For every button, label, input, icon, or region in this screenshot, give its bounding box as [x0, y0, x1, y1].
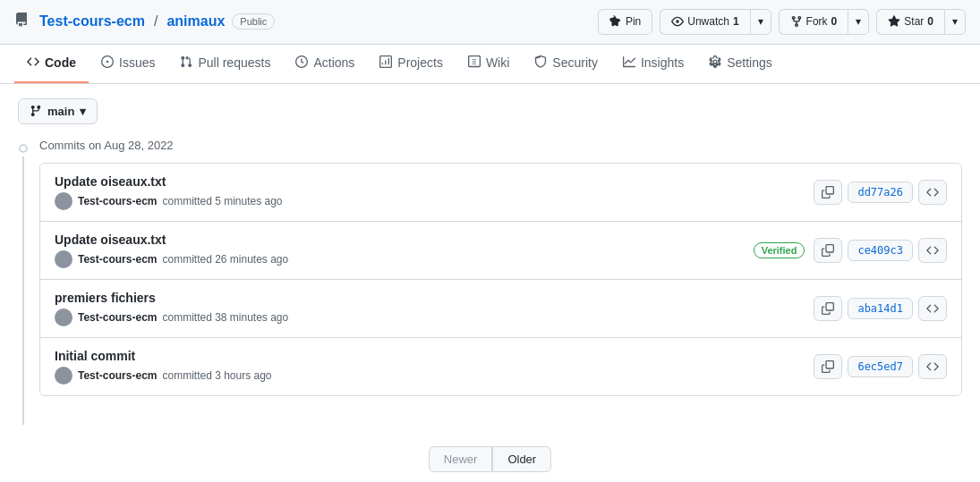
commit-time: committed 3 hours ago: [162, 369, 271, 382]
browse-code-button[interactable]: [918, 296, 947, 321]
browse-code-button[interactable]: [918, 238, 947, 263]
commit-info: Initial commit Test-cours-ecm committed …: [55, 349, 814, 385]
issues-icon: [101, 55, 114, 71]
tab-insights[interactable]: Insights: [610, 45, 696, 83]
avatar: [55, 192, 72, 210]
timeline-column: [18, 139, 29, 425]
older-button[interactable]: Older: [492, 446, 551, 472]
tab-issues[interactable]: Issues: [89, 45, 167, 83]
commit-time: committed 38 minutes ago: [162, 311, 288, 324]
pagination: Newer Older: [18, 446, 962, 472]
commit-info: Update oiseaux.txt Test-cours-ecm commit…: [55, 233, 754, 268]
commit-meta: Test-cours-ecm committed 5 minutes ago: [55, 192, 814, 210]
commit-row: Initial commit Test-cours-ecm committed …: [40, 338, 961, 395]
repo-name[interactable]: animaux: [166, 13, 225, 30]
projects-icon: [379, 55, 392, 71]
commit-author[interactable]: Test-cours-ecm: [78, 195, 157, 207]
commit-actions: Verified ce409c3: [754, 238, 947, 263]
commit-message[interactable]: Update oiseaux.txt: [55, 174, 814, 189]
settings-icon: [709, 55, 721, 71]
branch-button[interactable]: main ▾: [18, 98, 98, 124]
pin-button[interactable]: Pin: [598, 9, 652, 35]
commit-row: Update oiseaux.txt Test-cours-ecm commit…: [40, 164, 961, 222]
commit-time: committed 26 minutes ago: [162, 253, 288, 266]
tab-security[interactable]: Security: [522, 45, 610, 83]
commits-date: Commits on Aug 28, 2022: [39, 139, 174, 152]
fork-count: 0: [831, 14, 838, 30]
commit-row: Update oiseaux.txt Test-cours-ecm commit…: [40, 222, 961, 280]
top-actions: Pin Unwatch 1 ▾ Fork 0 ▾ Star: [598, 9, 966, 35]
insights-icon: [623, 55, 635, 71]
security-icon: [534, 55, 547, 71]
fork-dropdown[interactable]: ▾: [848, 9, 869, 35]
commit-hash-button[interactable]: 6ec5ed7: [848, 356, 913, 377]
tab-projects[interactable]: Projects: [367, 45, 456, 83]
separator: /: [154, 13, 158, 30]
commit-message[interactable]: Initial commit: [55, 349, 814, 363]
browse-code-button[interactable]: [918, 180, 947, 205]
timeline-line: [22, 156, 24, 425]
commit-author[interactable]: Test-cours-ecm: [78, 311, 157, 324]
unwatch-dropdown[interactable]: ▾: [750, 9, 771, 35]
tab-actions[interactable]: Actions: [283, 45, 367, 83]
commit-time: committed 5 minutes ago: [162, 195, 282, 207]
commit-meta: Test-cours-ecm committed 3 hours ago: [55, 367, 814, 385]
tab-settings[interactable]: Settings: [696, 45, 785, 83]
fork-label: Fork: [806, 14, 828, 30]
commit-author[interactable]: Test-cours-ecm: [78, 369, 157, 382]
timeline-dot: [19, 144, 28, 153]
pin-label: Pin: [626, 14, 641, 30]
commits-header: Commits on Aug 28, 2022: [39, 139, 962, 152]
newer-button[interactable]: Newer: [429, 446, 493, 472]
commit-hash-button[interactable]: dd77a26: [848, 182, 913, 203]
tab-wiki[interactable]: Wiki: [456, 45, 522, 83]
star-group: Star 0 ▾: [876, 9, 966, 35]
fork-group: Fork 0 ▾: [779, 9, 870, 35]
commit-actions: dd77a26: [814, 180, 947, 205]
unwatch-group: Unwatch 1 ▾: [660, 9, 771, 35]
actions-icon: [295, 55, 308, 71]
wiki-icon: [468, 55, 481, 71]
commit-message[interactable]: premiers fichiers: [55, 291, 814, 305]
visibility-badge: Public: [232, 13, 275, 30]
copy-sha-button[interactable]: [814, 354, 842, 379]
pull-requests-icon: [180, 55, 192, 71]
unwatch-button[interactable]: Unwatch 1: [660, 9, 749, 35]
star-count: 0: [927, 14, 933, 30]
avatar: [55, 250, 72, 268]
top-bar: Test-cours-ecm / animaux Public Pin Unwa…: [0, 0, 980, 45]
star-button[interactable]: Star 0: [876, 9, 944, 35]
commit-author[interactable]: Test-cours-ecm: [78, 253, 157, 266]
nav-tabs: Code Issues Pull requests Actions Projec…: [0, 45, 980, 84]
unwatch-count: 1: [733, 14, 739, 30]
star-label: Star: [904, 14, 924, 30]
org-name[interactable]: Test-cours-ecm: [39, 13, 145, 30]
repo-icon: [14, 13, 29, 30]
tab-code[interactable]: Code: [14, 45, 89, 83]
unwatch-label: Unwatch: [687, 14, 729, 30]
verified-badge: Verified: [754, 242, 805, 258]
browse-code-button[interactable]: [918, 354, 947, 379]
fork-button[interactable]: Fork 0: [779, 9, 848, 35]
pin-group: Pin: [598, 9, 652, 35]
commit-meta: Test-cours-ecm committed 38 minutes ago: [55, 309, 814, 326]
commits-content: Commits on Aug 28, 2022 Update oiseaux.t…: [39, 139, 962, 396]
branch-selector: main ▾: [18, 98, 962, 124]
copy-sha-button[interactable]: [814, 296, 842, 321]
code-icon: [27, 55, 39, 71]
avatar: [55, 367, 72, 385]
copy-sha-button[interactable]: [814, 180, 842, 205]
commit-message[interactable]: Update oiseaux.txt: [55, 233, 754, 247]
star-dropdown[interactable]: ▾: [944, 9, 966, 35]
repo-title: Test-cours-ecm / animaux Public: [14, 13, 275, 30]
commit-actions: aba14d1: [814, 296, 947, 321]
branch-chevron-icon: ▾: [80, 105, 86, 118]
commit-info: premiers fichiers Test-cours-ecm committ…: [55, 291, 814, 326]
commit-hash-button[interactable]: ce409c3: [848, 240, 913, 261]
commit-info: Update oiseaux.txt Test-cours-ecm commit…: [55, 174, 814, 210]
main-content: main ▾ Commits on Aug 28, 2022 Update oi…: [0, 84, 980, 482]
commit-actions: 6ec5ed7: [814, 354, 947, 379]
copy-sha-button[interactable]: [814, 238, 842, 263]
commit-hash-button[interactable]: aba14d1: [848, 298, 913, 319]
tab-pull-requests[interactable]: Pull requests: [167, 45, 283, 83]
